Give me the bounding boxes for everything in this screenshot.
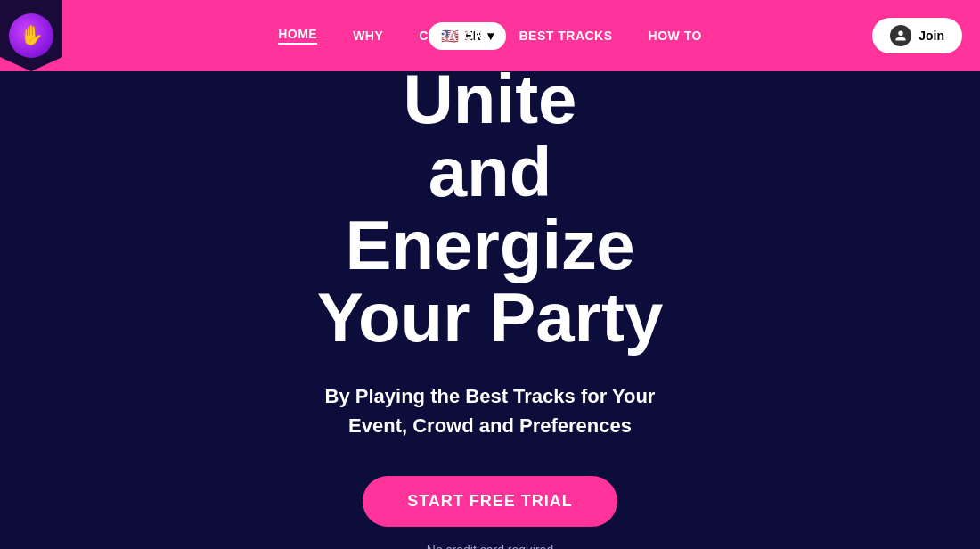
no-credit-text: No credit card required: [427, 543, 553, 549]
account-icon: [890, 25, 911, 46]
nav-how-to[interactable]: HOW TO: [649, 29, 702, 43]
join-button[interactable]: Join: [872, 18, 962, 53]
nav-links: HOME WHY CURATOR BEST TRACKS HOW TO: [278, 27, 702, 45]
join-label: Join: [919, 29, 944, 43]
nav-why[interactable]: WHY: [353, 29, 383, 43]
logo-badge: ✋: [0, 0, 62, 71]
nav-curator[interactable]: CURATOR: [419, 29, 483, 43]
hero-subtitle: By Playing the Best Tracks for Your Even…: [321, 381, 659, 440]
logo-circle: ✋: [9, 13, 53, 58]
logo-container: ✋: [18, 0, 62, 71]
hand-icon: ✋: [20, 24, 44, 47]
hero-section: Unite and Energize Your Party By Playing…: [0, 71, 980, 549]
navbar: ✋ 🇺🇸 EN ▾ HOME WHY CURATOR BEST TRACKS H…: [0, 0, 980, 71]
hero-title: Unite and Energize Your Party: [317, 63, 664, 356]
nav-best-tracks[interactable]: BEST TRACKS: [519, 29, 613, 43]
nav-right: Join: [872, 18, 962, 53]
start-trial-button[interactable]: START FREE TRIAL: [363, 476, 617, 527]
nav-home[interactable]: HOME: [278, 27, 317, 45]
